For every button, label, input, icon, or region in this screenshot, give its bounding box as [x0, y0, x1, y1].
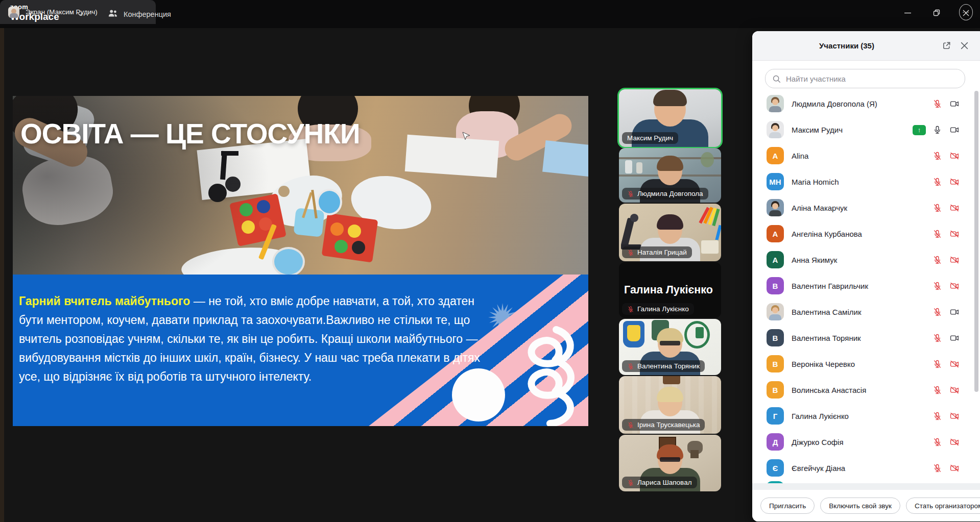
participant-name: Євгейчук Діана	[792, 455, 845, 481]
video-name-label: Людмила Довгопола	[637, 190, 703, 197]
participant-status-icons	[933, 299, 960, 325]
participants-panel: Участники (35) Людмила Довгопола (Я) Мак…	[752, 31, 980, 521]
mic-muted-icon	[933, 437, 942, 447]
video-tile[interactable]: Людмила Довгопола	[619, 148, 721, 203]
participant-name: Валентина Торяник	[792, 325, 861, 351]
mic-muted-icon	[933, 203, 942, 213]
video-tile[interactable]: Ірина Трускавецька	[619, 376, 721, 434]
participant-row[interactable]: Людмила Довгопола (Я)	[752, 91, 977, 117]
video-tile[interactable]: Максим Рудич	[619, 89, 721, 147]
camera-on-icon	[949, 333, 960, 343]
participant-row[interactable]: ААнгеліна Курбанова	[752, 221, 977, 247]
camera-off-icon	[949, 437, 960, 447]
window-restore-button[interactable]	[925, 0, 948, 26]
mic-muted-icon	[627, 190, 634, 197]
participant-status-icons	[933, 429, 960, 455]
mic-muted-icon	[933, 281, 942, 291]
mic-muted-icon	[933, 359, 942, 369]
video-name-label: Лариса Шаповал	[637, 479, 692, 486]
window-minimize-button[interactable]	[896, 0, 919, 26]
participants-footer: Пригласить Включить свой звук Стать орга…	[752, 490, 980, 521]
video-name-pill: Валентина Торяник	[622, 360, 705, 372]
participant-name: Галина Лукієнко	[792, 403, 849, 429]
search-input[interactable]	[785, 74, 940, 84]
participant-initials-avatar: В	[767, 355, 784, 372]
participant-row[interactable]: Аліна Макарчук	[752, 195, 977, 221]
participant-status-icons	[933, 247, 960, 273]
participant-initials-avatar: В	[767, 329, 784, 346]
participant-row[interactable]: MHMaria Homich	[752, 169, 977, 195]
participant-initials-avatar: В	[767, 277, 784, 294]
participant-row[interactable]: ВВолинська Анастасія	[752, 377, 977, 403]
mic-on-icon	[933, 125, 942, 135]
shared-screen-edge	[0, 28, 4, 522]
video-name-pill: Людмила Довгопола	[622, 188, 708, 200]
participant-initials-avatar: Г	[767, 407, 784, 425]
participant-initials-avatar: А	[767, 225, 784, 242]
mic-muted-icon	[933, 255, 942, 265]
participant-row[interactable]: ААнна Якимук	[752, 247, 977, 273]
participant-row[interactable]: ВВероніка Черевко	[752, 351, 977, 377]
close-icon[interactable]	[960, 41, 969, 52]
video-tile[interactable]: Валентина Торяник	[619, 319, 721, 375]
participant-row[interactable]: ЄЄвгейчук Діана	[752, 455, 977, 481]
participant-status-icons	[933, 325, 960, 351]
participant-name: Волинська Анастасія	[792, 377, 866, 403]
participant-row[interactable]: ВВалентина Торяник	[752, 325, 977, 351]
video-tile[interactable]: Галина Лукієнко Галина Лукієнко	[619, 262, 721, 318]
video-tile[interactable]: Лариса Шаповал	[619, 435, 721, 491]
unmute-my-audio-button[interactable]: Включить свой звук	[820, 498, 900, 514]
participant-row[interactable]: Максим Рудич↑	[752, 117, 977, 143]
participant-status-icons	[933, 455, 960, 481]
participant-status-icons: ↑	[913, 117, 960, 143]
footer-divider	[752, 483, 980, 490]
camera-off-icon	[949, 463, 960, 473]
participant-status-icons	[933, 143, 960, 169]
participant-name: Людмила Довгопола (Я)	[792, 91, 877, 117]
participant-row[interactable]: Валентина Самілик	[752, 299, 977, 325]
participant-row[interactable]: ДДіжурко Софія	[752, 429, 977, 455]
mic-muted-icon	[933, 151, 942, 161]
slide-text-band: Гарний вчитель майбутнього — не той, хто…	[13, 275, 588, 426]
chevron-down-icon[interactable]	[77, 11, 84, 20]
mic-muted-icon	[933, 411, 942, 421]
camera-off-icon	[949, 255, 960, 265]
participant-photo-avatar	[767, 199, 784, 216]
participant-status-icons	[933, 195, 960, 221]
participant-row[interactable]: ВВалентин Гаврильчик	[752, 273, 977, 299]
participant-row[interactable]: ГГалина Лукієнко	[752, 403, 977, 429]
participant-status-icons	[933, 377, 960, 403]
scrollbar-thumb[interactable]	[974, 91, 978, 392]
window-close-button[interactable]	[954, 0, 977, 26]
mouse-cursor	[461, 131, 471, 143]
participant-status-icons	[933, 403, 960, 429]
popout-icon[interactable]	[942, 41, 951, 53]
participant-row[interactable]: AAlina	[752, 143, 977, 169]
slide-body-highlight: Гарний вчитель майбутнього	[19, 294, 190, 308]
participant-status-icons	[933, 273, 960, 299]
participant-name: Валентин Гаврильчик	[792, 273, 868, 299]
search-participant-box	[765, 69, 965, 88]
mic-muted-icon	[933, 385, 942, 395]
video-name-pill: Ірина Трускавецька	[622, 419, 705, 431]
invite-button[interactable]: Пригласить	[760, 498, 815, 514]
slide-body-rest: — не той, хто вміє добре навчати, а той,…	[19, 294, 480, 383]
participants-title: Участники (35)	[752, 41, 941, 50]
participant-name: Аліна Макарчук	[792, 195, 847, 221]
participant-status-icons	[933, 91, 960, 117]
camera-off-icon	[949, 151, 960, 161]
video-name-label: Наталія Грицай	[637, 248, 687, 256]
participant-name: Maria Homich	[792, 169, 839, 195]
screen-share-badge: ↑	[913, 125, 926, 135]
mic-muted-icon	[627, 363, 634, 370]
slide-photo-image: ОСВІТА — ЦЕ СТОСУНКИ	[13, 96, 588, 275]
tab-avatar	[8, 7, 19, 18]
participant-initials-avatar: Є	[767, 459, 784, 477]
participant-photo-avatar	[767, 303, 784, 320]
video-tile[interactable]: Наталія Грицай	[619, 204, 721, 261]
tab-conference[interactable]: Конференция	[107, 0, 171, 28]
claim-host-button[interactable]: Стать организатором	[906, 498, 980, 514]
participant-initials-avatar: Д	[767, 433, 784, 451]
mic-muted-icon	[627, 479, 634, 486]
mic-muted-icon	[627, 421, 634, 429]
